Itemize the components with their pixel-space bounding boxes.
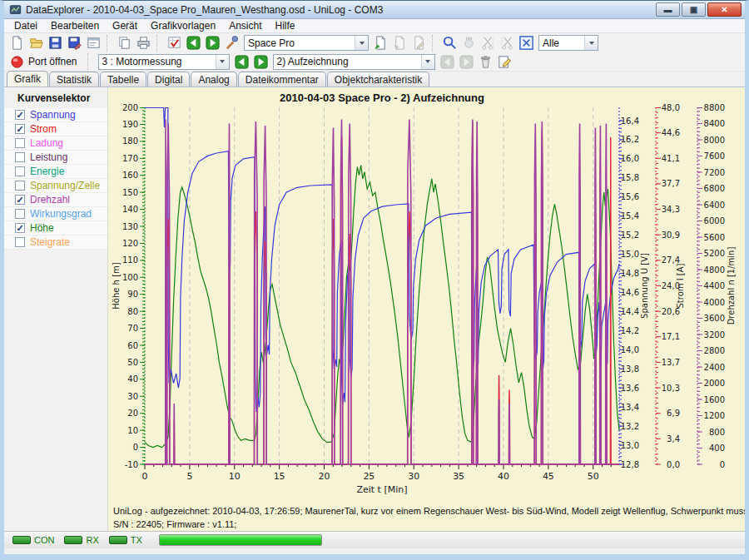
- curve-label: Steigrate: [30, 236, 70, 248]
- svg-text:14,0: 14,0: [621, 345, 639, 354]
- menu-item-hilfe[interactable]: Hilfe: [268, 19, 301, 32]
- svg-text:25: 25: [363, 471, 374, 482]
- settings-template-icon[interactable]: [84, 34, 103, 52]
- svg-text:1200: 1200: [704, 411, 725, 420]
- checkbox-unchecked[interactable]: [15, 181, 25, 191]
- svg-text:6,9: 6,9: [667, 409, 680, 418]
- device-properties-icon[interactable]: [222, 34, 241, 52]
- device-select-icon[interactable]: [165, 34, 184, 52]
- svg-text:2000: 2000: [704, 379, 725, 388]
- svg-text:13,7: 13,7: [662, 358, 680, 367]
- edit-record-icon[interactable]: [409, 34, 429, 52]
- close-button[interactable]: ✕: [707, 2, 742, 17]
- device-combo[interactable]: Space Pro: [244, 35, 369, 51]
- svg-text:7600: 7600: [704, 151, 725, 161]
- copy-view-icon[interactable]: [115, 34, 134, 52]
- minimize-button[interactable]: ▬: [656, 2, 680, 17]
- chevron-down-icon[interactable]: [421, 55, 434, 69]
- checkbox-checked[interactable]: ✓: [15, 223, 25, 233]
- prev-record-icon[interactable]: [438, 53, 457, 71]
- svg-text:35: 35: [453, 471, 464, 482]
- toolbar-separator: [107, 35, 112, 52]
- menu-item-bearbeiten[interactable]: Bearbeiten: [44, 19, 106, 32]
- port-led-icon[interactable]: [7, 53, 27, 71]
- menu-item-datei[interactable]: Datei: [7, 19, 44, 32]
- cut-left-icon[interactable]: [479, 34, 498, 52]
- chevron-down-icon[interactable]: [355, 36, 368, 50]
- menu-item-ansicht[interactable]: Ansicht: [222, 19, 268, 32]
- svg-text:60: 60: [127, 341, 138, 350]
- save-file-icon[interactable]: [46, 34, 65, 52]
- maximize-button[interactable]: ▣: [682, 2, 706, 17]
- new-file-icon[interactable]: [7, 34, 27, 52]
- curve-item-strom[interactable]: ✓Strom: [4, 122, 107, 136]
- print-icon[interactable]: [134, 34, 153, 52]
- checkbox-checked[interactable]: ✓: [15, 124, 25, 134]
- zoom-icon[interactable]: [440, 34, 459, 52]
- fit-window-icon[interactable]: [517, 34, 536, 52]
- svg-text:4400: 4400: [704, 281, 725, 290]
- curve-item-steigrate[interactable]: Steigrate: [4, 235, 107, 250]
- checkbox-unchecked[interactable]: [15, 166, 25, 176]
- curve-item-spannung-zelle[interactable]: Spannung/Zelle: [4, 179, 107, 193]
- title-bar[interactable]: DataExplorer - 2010-04-03_Space Pro_Maur…: [4, 1, 745, 19]
- graph-canvas[interactable]: 2010-04-03 Space Pro - 2) Aufzeichnung05…: [108, 87, 745, 531]
- svg-text:70: 70: [127, 324, 138, 333]
- curve-item-energie[interactable]: Energie: [4, 165, 107, 179]
- channel-combo[interactable]: 3 : Motormessung: [98, 54, 230, 70]
- svg-text:3200: 3200: [704, 330, 725, 339]
- menu-item-gerät[interactable]: Gerät: [106, 19, 144, 32]
- cut-right-icon[interactable]: [498, 34, 517, 52]
- tab-grafik[interactable]: Grafik: [7, 71, 48, 87]
- tab-statistik[interactable]: Statistik: [49, 72, 99, 87]
- prev-device-icon[interactable]: [184, 34, 203, 52]
- curve-label: Strom: [30, 123, 57, 135]
- svg-text:34,3: 34,3: [662, 205, 680, 214]
- delete-record-icon[interactable]: [476, 53, 495, 71]
- curve-item-höhe[interactable]: ✓Höhe: [4, 221, 107, 235]
- checkbox-unchecked[interactable]: [15, 138, 25, 148]
- curve-filter-combo[interactable]: Alle: [538, 35, 598, 51]
- svg-text:1600: 1600: [704, 395, 725, 404]
- checkbox-unchecked[interactable]: [15, 152, 25, 162]
- next-channel-icon[interactable]: [251, 53, 270, 71]
- pan-icon[interactable]: [459, 34, 479, 52]
- tab-digital[interactable]: Digital: [147, 72, 190, 87]
- svg-text:14,4: 14,4: [621, 307, 639, 316]
- import-file-icon[interactable]: [371, 34, 390, 52]
- tab-tabelle[interactable]: Tabelle: [100, 72, 146, 87]
- chevron-down-icon[interactable]: [584, 36, 598, 50]
- toolbar-port: Port öffnen3 : Motormessung2) Aufzeichnu…: [4, 52, 745, 72]
- next-record-icon[interactable]: [457, 53, 476, 71]
- tab-dateikommentar[interactable]: Dateikommentar: [238, 72, 326, 87]
- svg-text:15,0: 15,0: [621, 250, 639, 259]
- open-file-icon[interactable]: [27, 34, 46, 52]
- menu-item-grafikvorlagen[interactable]: Grafikvorlagen: [144, 19, 222, 32]
- checkbox-checked[interactable]: ✓: [15, 110, 25, 120]
- curve-item-leistung[interactable]: Leistung: [4, 151, 107, 165]
- edit-comment-icon[interactable]: [495, 53, 514, 71]
- tab-objektcharakteristik[interactable]: Objektcharakteristik: [327, 72, 429, 87]
- svg-text:400: 400: [709, 444, 725, 453]
- port-open-label: Port öffnen: [28, 56, 77, 67]
- chevron-down-icon[interactable]: [216, 55, 229, 69]
- svg-text:20: 20: [319, 471, 330, 482]
- export-file-icon[interactable]: [390, 34, 409, 52]
- svg-text:10: 10: [229, 471, 241, 482]
- curve-item-ladung[interactable]: Ladung: [4, 136, 107, 151]
- save-as-file-icon[interactable]: [65, 34, 84, 52]
- checkbox-unchecked[interactable]: [15, 209, 25, 219]
- checkbox-checked[interactable]: ✓: [15, 195, 25, 205]
- curve-item-wirkungsgrad[interactable]: Wirkungsgrad: [4, 207, 107, 221]
- tab-analog[interactable]: Analog: [191, 72, 236, 87]
- svg-text:100: 100: [122, 273, 138, 282]
- file-comment: UniLog - aufgezeichnet: 2010-04-03, 17:2…: [113, 504, 745, 531]
- curve-item-drehzahl[interactable]: ✓Drehzahl: [4, 193, 107, 207]
- prev-channel-icon[interactable]: [232, 53, 251, 71]
- svg-text:20: 20: [127, 409, 138, 418]
- record-combo[interactable]: 2) Aufzeichnung: [273, 54, 435, 70]
- next-device-icon[interactable]: [203, 34, 222, 52]
- curve-item-spannung[interactable]: ✓Spannung: [4, 108, 107, 122]
- svg-text:150: 150: [122, 188, 138, 197]
- checkbox-unchecked[interactable]: [15, 237, 25, 247]
